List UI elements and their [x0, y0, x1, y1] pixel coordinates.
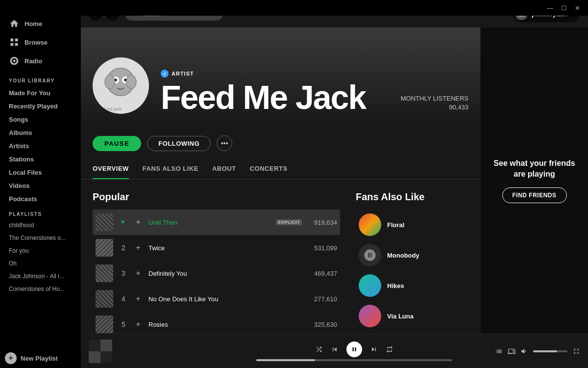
track-add-button[interactable]: +	[134, 320, 143, 329]
sidebar-item-stations[interactable]: Stations	[4, 153, 77, 166]
your-library-label: YOUR LIBRARY	[0, 70, 81, 86]
volume-fill	[533, 350, 557, 352]
playlists-label: PLAYLISTS	[4, 206, 77, 219]
popular-section: Popular + Until Then EXPLICIT	[93, 191, 340, 334]
svg-point-4	[13, 60, 16, 62]
sidebar-item-browse[interactable]: Browse	[4, 33, 77, 52]
maximize-button[interactable]: ☐	[557, 2, 571, 14]
track-title: Twice	[148, 244, 302, 252]
fan-item-hikes[interactable]: Hikes	[356, 270, 468, 301]
player-center	[226, 342, 482, 361]
fan-name: Monobody	[387, 252, 419, 259]
tab-overview[interactable]: OVERVIEW	[93, 159, 129, 179]
explicit-badge: EXPLICIT	[276, 219, 302, 225]
track-row[interactable]: + Until Then EXPLICIT 919,634	[93, 210, 340, 235]
playlist-item-cornerstones[interactable]: The Cornerstones o...	[4, 232, 77, 244]
player-left	[89, 340, 226, 363]
repeat-button[interactable]	[386, 345, 393, 353]
track-add-button[interactable]: +	[134, 294, 143, 303]
tab-about[interactable]: ABOUT	[212, 159, 236, 179]
playlist-item-oh[interactable]: Oh	[4, 257, 77, 270]
sidebar-item-local-files[interactable]: Local Files	[4, 166, 77, 179]
pause-button[interactable]: PAUSE	[93, 136, 141, 151]
track-num: 3	[119, 269, 128, 277]
player-bar	[81, 334, 588, 368]
fan-name: Via Luna	[387, 313, 414, 320]
radio-icon	[9, 55, 20, 66]
sidebar-item-made-for-you[interactable]: Made For You	[4, 86, 77, 100]
fan-item-monobody[interactable]: Monobody	[356, 240, 468, 270]
artist-body: Popular + Until Then EXPLICIT	[81, 180, 480, 334]
library-items: Made For You Recently Played Songs Album…	[0, 86, 81, 348]
track-title: Rosies	[148, 321, 302, 328]
fans-section: Fans Also Like Floral Monobody	[356, 191, 468, 334]
sidebar-item-recently-played[interactable]: Recently Played	[4, 100, 77, 113]
sidebar-item-artists[interactable]: Artists	[4, 139, 77, 153]
track-num: 2	[119, 244, 128, 252]
track-row[interactable]: 2 + Twice 531,099	[93, 235, 340, 261]
playlist-item-childhood[interactable]: childhood	[4, 219, 77, 232]
svg-rect-2	[11, 43, 14, 46]
minimize-button[interactable]: —	[543, 2, 557, 14]
volume-button[interactable]	[520, 347, 528, 355]
find-friends-button[interactable]: FIND FRIENDS	[502, 187, 567, 203]
tab-fans-also-like[interactable]: FANS ALSO LIKE	[143, 159, 198, 179]
fullscreen-button[interactable]	[572, 347, 580, 355]
queue-button[interactable]	[495, 347, 503, 355]
track-title: Definitely You	[148, 270, 302, 277]
play-pause-button[interactable]	[346, 342, 362, 357]
verified-icon: ✓	[161, 70, 169, 78]
track-row[interactable]: 4 + No One Does It Like You 277,610	[93, 286, 340, 312]
more-options-button[interactable]: •••	[217, 135, 232, 151]
home-label: Home	[24, 20, 42, 27]
track-add-button[interactable]: +	[134, 269, 143, 278]
artist-image: feed me jack	[93, 57, 149, 114]
track-num: 4	[119, 295, 128, 303]
track-thumb	[96, 315, 113, 333]
progress-bar[interactable]	[256, 359, 452, 361]
playlist-item-cornerstones-hu[interactable]: Cornerstones of Hu...	[4, 283, 77, 295]
track-row[interactable]: 5 + Rosies 325,630	[93, 312, 340, 334]
svg-rect-15	[122, 220, 122, 223]
track-title: No One Does It Like You	[148, 295, 302, 303]
svg-rect-0	[11, 39, 14, 42]
shuffle-button[interactable]	[315, 345, 323, 353]
sidebar-item-videos[interactable]: Videos	[4, 179, 77, 192]
fan-item-floral[interactable]: Floral	[356, 210, 468, 240]
new-playlist-button[interactable]: + New Playlist	[0, 348, 81, 368]
track-num	[119, 218, 128, 227]
track-row[interactable]: 3 + Definitely You 469,437	[93, 261, 340, 286]
track-add-button[interactable]: +	[134, 243, 143, 252]
artist-header: feed me jack ✓ ARTIST Feed Me Jack MONTH…	[81, 27, 480, 126]
track-plays: 277,610	[308, 295, 337, 303]
previous-button[interactable]	[331, 345, 339, 353]
playlist-item-jack-johnson[interactable]: Jack Johnson - All i...	[4, 270, 77, 283]
fan-avatar	[359, 274, 381, 297]
sidebar-item-podcasts[interactable]: Podcasts	[4, 192, 77, 206]
next-button[interactable]	[370, 345, 378, 353]
home-icon	[9, 18, 20, 29]
track-add-button[interactable]: +	[134, 218, 143, 227]
artist-image-svg: feed me jack	[93, 57, 149, 114]
sidebar-item-albums[interactable]: Albums	[4, 126, 77, 139]
volume-bar[interactable]	[533, 350, 567, 352]
artist-page: feed me jack ✓ ARTIST Feed Me Jack MONTH…	[81, 27, 480, 334]
sidebar-item-radio[interactable]: Radio	[4, 52, 77, 70]
playlist-item-for-you[interactable]: For you	[4, 244, 77, 257]
track-title-col: No One Does It Like You	[148, 295, 302, 303]
fan-name: Hikes	[387, 282, 404, 289]
sidebar-item-home[interactable]: Home	[4, 14, 77, 33]
main-area: jnoworyta97 ▾	[81, 0, 588, 368]
svg-rect-3	[15, 43, 18, 46]
player-album-art	[89, 340, 112, 363]
svg-text:feed me jack: feed me jack	[97, 106, 122, 111]
close-button[interactable]: ✕	[571, 2, 584, 14]
devices-button[interactable]	[508, 347, 515, 355]
fan-name: Floral	[387, 221, 404, 229]
sidebar-item-songs[interactable]: Songs	[4, 113, 77, 126]
tab-concerts[interactable]: CONCERTS	[250, 159, 288, 179]
progress-fill	[256, 359, 315, 361]
fan-item-via-luna[interactable]: Via Luna	[356, 301, 468, 331]
fan-avatar	[359, 213, 381, 236]
following-button[interactable]: FOLLOWING	[147, 136, 211, 151]
